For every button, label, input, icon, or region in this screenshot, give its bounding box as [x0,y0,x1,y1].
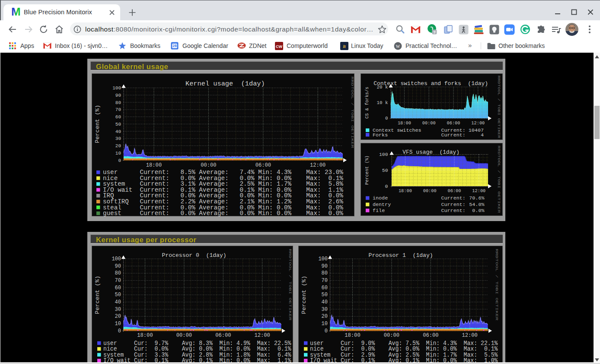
svg-text:10 k: 10 k [377,100,388,105]
svg-text:RRDTOOL / TOBI OETIKER: RRDTOOL / TOBI OETIKER [495,249,498,321]
svg-text:Forks: Forks [373,132,388,138]
svg-text:Context switches and forks (1: Context switches and forks (1day) [373,80,488,87]
svg-text:Percent (%): Percent (%) [95,105,101,143]
svg-text:30: 30 [115,136,121,141]
svg-text:file: file [373,208,385,213]
svg-text:CS & forks/s: CS & forks/s [364,87,370,119]
svg-text:20: 20 [322,313,328,320]
svg-text:100: 100 [379,152,388,157]
svg-text:Processor 1 (1day): Processor 1 (1day) [369,252,433,259]
svg-text:100: 100 [318,256,328,262]
svg-text:00:00: 00:00 [423,188,437,193]
svg-text:18:00: 18:00 [146,162,162,168]
svg-text:30: 30 [322,307,328,313]
svg-text:28: 28 [172,44,177,48]
svg-text:0: 0 [118,158,121,163]
svg-text:Percent (%): Percent (%) [95,275,101,314]
svg-text:06:00: 06:00 [423,332,438,339]
svg-text:06:00: 06:00 [448,188,461,193]
svg-text:18:00: 18:00 [398,120,411,126]
svg-text:Current:: Current: [441,202,466,207]
svg-text:80: 80 [115,100,121,105]
svg-text:Percent (%): Percent (%) [301,275,307,314]
svg-text:10: 10 [115,321,121,327]
svg-text:12:00: 12:00 [462,332,478,339]
svg-text:guest Current: 0.0% Aver: guest Current: 0.0% Average: 0.0% Min: 0… [103,210,343,217]
svg-text:06:00: 06:00 [215,332,231,339]
svg-text:RRDTOOL / TOBI OETIKER: RRDTOOL / TOBI OETIKER [497,76,501,139]
svg-text:00:00: 00:00 [201,162,216,168]
svg-text:Current:: Current: [441,132,466,138]
svg-text:RRDTOOL / TOBI OETIKER: RRDTOOL / TOBI OETIKER [497,146,501,213]
svg-text:0.0%: 0.0% [472,208,484,213]
svg-text:18:00: 18:00 [137,332,153,339]
svg-text:?: ? [433,30,436,35]
svg-text:12:00: 12:00 [310,162,326,168]
svg-text:RRDTOOL / TOBI OETIKER: RRDTOOL / TOBI OETIKER [351,76,354,149]
svg-text:90: 90 [115,93,121,98]
svg-text:Kernel usage (1day): Kernel usage (1day) [185,80,265,88]
svg-text:60: 60 [115,114,121,120]
svg-text:Current:: Current: [441,195,466,201]
svg-text:00:00: 00:00 [384,332,399,339]
svg-text:50: 50 [322,292,328,298]
svg-text:70: 70 [115,107,121,112]
svg-text:100: 100 [112,256,121,262]
svg-text:54.0%: 54.0% [469,202,484,207]
svg-text:40: 40 [322,299,328,305]
svg-text:0: 0 [385,184,388,189]
svg-text:60: 60 [115,285,121,291]
svg-text:12:00: 12:00 [471,120,485,126]
svg-text:dentry: dentry [373,202,391,207]
svg-text:Processor 0 (1day): Processor 0 (1day) [162,252,227,259]
svg-text:4: 4 [481,132,484,138]
svg-text:0: 0 [325,328,328,334]
svg-text:90: 90 [115,263,121,269]
svg-text:80: 80 [322,270,328,276]
svg-text:50: 50 [115,122,121,127]
svg-text:12:00: 12:00 [472,188,485,193]
svg-text:18:00: 18:00 [399,188,412,193]
svg-text:06:00: 06:00 [447,120,460,126]
svg-text:RRDTOOL / TOBI OETIKER: RRDTOOL / TOBI OETIKER [288,249,292,321]
svg-text:80: 80 [115,270,121,276]
svg-text:60: 60 [322,285,328,291]
svg-text:20: 20 [115,313,121,320]
svg-text:20 k: 20 k [377,85,388,90]
svg-text:40: 40 [115,129,121,134]
svg-text:00:00: 00:00 [422,120,436,126]
svg-text:M: M [11,6,21,17]
svg-text:50: 50 [115,292,121,298]
svg-text:70: 70 [115,278,121,284]
svg-text:12:00: 12:00 [255,332,270,339]
svg-text:70.6%: 70.6% [469,195,484,201]
svg-text:50: 50 [382,168,388,173]
svg-text:100: 100 [112,85,121,91]
svg-text:Current:: Current: [441,208,466,213]
svg-text:06:00: 06:00 [255,162,271,168]
svg-text:10: 10 [322,321,328,327]
svg-text:00:00: 00:00 [176,332,192,339]
svg-text:inode: inode [373,195,388,201]
svg-text:0: 0 [118,328,121,334]
svg-text:20: 20 [115,143,121,149]
svg-text:70: 70 [322,278,328,284]
svg-text:W: W [396,44,400,49]
svg-text:CW: CW [276,44,282,49]
svg-text:18:00: 18:00 [345,332,360,339]
svg-text:lt: lt [343,44,346,49]
svg-text:0: 0 [385,116,388,121]
svg-text:10: 10 [115,151,121,156]
svg-text:Percent (%): Percent (%) [364,155,370,185]
svg-text:30: 30 [115,307,121,313]
svg-text:40: 40 [115,299,121,305]
svg-text:VFS usage (1day): VFS usage (1day) [402,149,460,155]
svg-text:90: 90 [322,263,328,269]
